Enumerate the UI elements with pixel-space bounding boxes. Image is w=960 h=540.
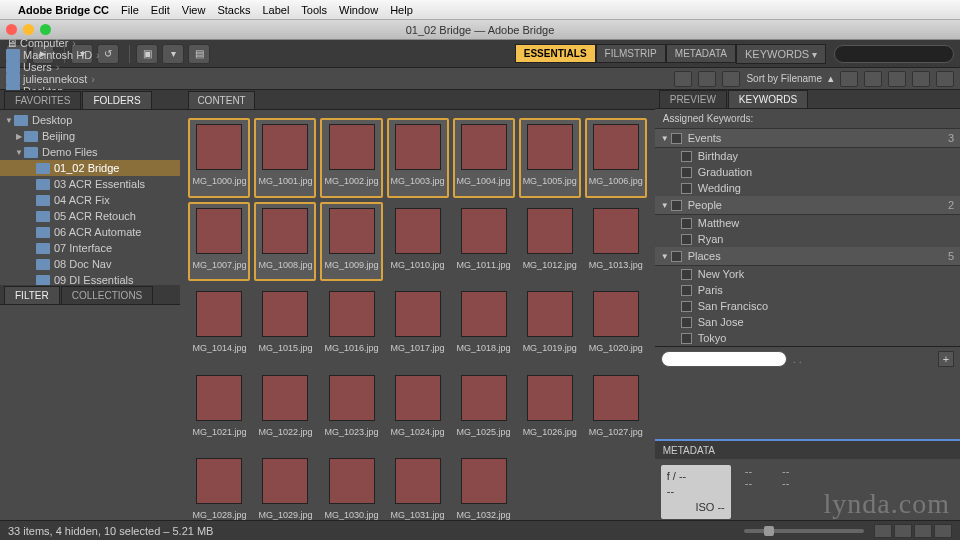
thumbnail[interactable]: MG_1008.jpg: [254, 202, 316, 282]
keyword-item[interactable]: Ryan: [655, 231, 960, 247]
tree-item[interactable]: 05 ACR Retouch: [0, 208, 180, 224]
menu-view[interactable]: View: [182, 4, 206, 16]
breadcrumb[interactable]: Macintosh HD›: [6, 49, 104, 61]
keyword-item[interactable]: Paris: [655, 282, 960, 298]
tab-metadata[interactable]: METADATA: [663, 445, 715, 456]
breadcrumb[interactable]: 🖥Computer›: [6, 37, 104, 49]
tree-item[interactable]: 04 ACR Fix: [0, 192, 180, 208]
tree-item[interactable]: ▼Demo Files: [0, 144, 180, 160]
thumbnail[interactable]: MG_1026.jpg: [519, 369, 581, 449]
new-folder-button[interactable]: [864, 71, 882, 87]
tree-item[interactable]: 06 ACR Automate: [0, 224, 180, 240]
keyword-group[interactable]: ▼Events3: [655, 129, 960, 148]
keyword-group[interactable]: ▼People2: [655, 196, 960, 215]
tree-item[interactable]: ▼Desktop: [0, 112, 180, 128]
keyword-checkbox[interactable]: [681, 234, 692, 245]
workspace-filmstrip[interactable]: FILMSTRIP: [596, 44, 666, 63]
refine-button[interactable]: ▾: [162, 44, 184, 64]
tree-item[interactable]: ▶Beijing: [0, 128, 180, 144]
minimize-window-button[interactable]: [23, 24, 34, 35]
thumbnail[interactable]: MG_1016.jpg: [320, 285, 382, 365]
breadcrumb[interactable]: Users›: [6, 61, 104, 73]
search-input[interactable]: [834, 45, 954, 63]
thumbnail[interactable]: MG_1006.jpg: [585, 118, 647, 198]
menu-tools[interactable]: Tools: [301, 4, 327, 16]
tree-item[interactable]: 01_02 Bridge: [0, 160, 180, 176]
thumbnail[interactable]: MG_1009.jpg: [320, 202, 382, 282]
keyword-checkbox[interactable]: [671, 200, 682, 211]
keyword-checkbox[interactable]: [681, 301, 692, 312]
keyword-checkbox[interactable]: [681, 285, 692, 296]
thumbnail[interactable]: MG_1007.jpg: [188, 202, 250, 282]
thumbnail-size-slider[interactable]: [744, 529, 864, 533]
keyword-item[interactable]: Wedding: [655, 180, 960, 196]
rotate-cw-button[interactable]: [912, 71, 930, 87]
keyword-item[interactable]: Birthday: [655, 148, 960, 164]
open-recent-button[interactable]: ▤: [188, 44, 210, 64]
app-name[interactable]: Adobe Bridge CC: [18, 4, 109, 16]
workspace-keywords[interactable]: KEYWORDS ▾: [736, 44, 826, 64]
thumbnail[interactable]: MG_1025.jpg: [453, 369, 515, 449]
keyword-item[interactable]: Graduation: [655, 164, 960, 180]
thumbnail[interactable]: MG_1012.jpg: [519, 202, 581, 282]
keyword-checkbox[interactable]: [681, 151, 692, 162]
keyword-checkbox[interactable]: [681, 218, 692, 229]
tab-favorites[interactable]: FAVORITES: [4, 91, 81, 109]
trash-button[interactable]: [936, 71, 954, 87]
tree-item[interactable]: 09 DI Essentials: [0, 272, 180, 285]
recent-folders-button[interactable]: [674, 71, 692, 87]
keyword-checkbox[interactable]: [681, 333, 692, 344]
thumbnail[interactable]: MG_1002.jpg: [320, 118, 382, 198]
keyword-search-input[interactable]: [661, 351, 787, 367]
menu-edit[interactable]: Edit: [151, 4, 170, 16]
new-keyword-button[interactable]: +: [938, 351, 954, 367]
thumbnail[interactable]: MG_1024.jpg: [387, 369, 449, 449]
workspace-metadata[interactable]: METADATA: [666, 44, 736, 63]
keyword-item[interactable]: Matthew: [655, 215, 960, 231]
tab-folders[interactable]: FOLDERS: [82, 91, 151, 109]
thumbnail[interactable]: MG_1005.jpg: [519, 118, 581, 198]
thumbnail[interactable]: MG_1027.jpg: [585, 369, 647, 449]
tree-item[interactable]: 08 Doc Nav: [0, 256, 180, 272]
keyword-checkbox[interactable]: [681, 167, 692, 178]
lock-thumb-grid-button[interactable]: [874, 524, 892, 538]
camera-import-button[interactable]: ▣: [136, 44, 158, 64]
keyword-checkbox[interactable]: [671, 133, 682, 144]
menu-label[interactable]: Label: [262, 4, 289, 16]
thumbnail[interactable]: MG_1013.jpg: [585, 202, 647, 282]
menu-stacks[interactable]: Stacks: [217, 4, 250, 16]
menu-help[interactable]: Help: [390, 4, 413, 16]
sort-label[interactable]: Sort by Filename: [746, 73, 822, 84]
view-details-button[interactable]: [914, 524, 932, 538]
tab-filter[interactable]: FILTER: [4, 286, 60, 304]
keyword-item[interactable]: New York: [655, 266, 960, 282]
thumbnail[interactable]: MG_1003.jpg: [387, 118, 449, 198]
thumbnail[interactable]: MG_1000.jpg: [188, 118, 250, 198]
sort-chevron-icon[interactable]: ▴: [828, 72, 834, 85]
thumbnail-grid[interactable]: MG_1000.jpgMG_1001.jpgMG_1002.jpgMG_1003…: [180, 110, 654, 540]
workspace-essentials[interactable]: ESSENTIALS: [515, 44, 596, 63]
thumbnail[interactable]: MG_1010.jpg: [387, 202, 449, 282]
keyword-group[interactable]: ▼Places5: [655, 247, 960, 266]
thumbnail[interactable]: MG_1019.jpg: [519, 285, 581, 365]
view-grid-button[interactable]: [894, 524, 912, 538]
thumbnail[interactable]: MG_1018.jpg: [453, 285, 515, 365]
thumbnail[interactable]: MG_1004.jpg: [453, 118, 515, 198]
tree-item[interactable]: 03 ACR Essentials: [0, 176, 180, 192]
thumbnail[interactable]: MG_1021.jpg: [188, 369, 250, 449]
tree-item[interactable]: 07 Interface: [0, 240, 180, 256]
tab-collections[interactable]: COLLECTIONS: [61, 286, 154, 304]
zoom-window-button[interactable]: [40, 24, 51, 35]
tab-content[interactable]: CONTENT: [188, 91, 254, 109]
filter-star-button[interactable]: [722, 71, 740, 87]
thumbnail[interactable]: MG_1011.jpg: [453, 202, 515, 282]
keyword-item[interactable]: Tokyo: [655, 330, 960, 346]
breadcrumb[interactable]: julieannekost›: [6, 73, 104, 85]
favorites-toggle-button[interactable]: [698, 71, 716, 87]
tab-keywords[interactable]: KEYWORDS: [728, 90, 808, 108]
thumbnail[interactable]: MG_1022.jpg: [254, 369, 316, 449]
keyword-checkbox[interactable]: [681, 317, 692, 328]
thumbnail[interactable]: MG_1023.jpg: [320, 369, 382, 449]
keyword-item[interactable]: San Francisco: [655, 298, 960, 314]
keyword-checkbox[interactable]: [681, 269, 692, 280]
